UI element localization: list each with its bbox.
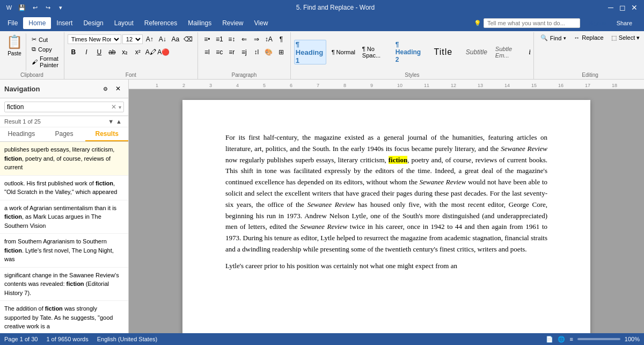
tab-headings[interactable]: Headings (0, 127, 43, 141)
lightbulb-icon: 💡 (474, 20, 481, 27)
sort-button[interactable]: ↕A (263, 33, 275, 45)
list-item[interactable]: publishes superb essays, literary critic… (0, 142, 128, 176)
subtitle-preview: Subtitle (462, 41, 491, 63)
font-color-button[interactable]: A🔴 (158, 46, 170, 58)
line-spacing-button[interactable]: ↕l (251, 46, 262, 58)
menu-view[interactable]: View (249, 17, 274, 29)
paste-label: Paste (8, 51, 21, 56)
paste-button[interactable]: 📋 Paste (3, 33, 26, 71)
clear-formatting-button[interactable]: ⌫ (182, 33, 194, 45)
grow-font-button[interactable]: A↑ (144, 33, 156, 45)
increase-indent-button[interactable]: ⇒ (251, 33, 262, 45)
layout-outline-icon[interactable]: ≡ (569, 336, 573, 342)
style-subtleemphasis[interactable]: Subtle Em... (494, 40, 526, 64)
align-right-button[interactable]: ≡r (226, 46, 238, 58)
word-logo-icon: W (4, 3, 14, 12)
undo-icon[interactable]: ↩ (30, 3, 40, 12)
menu-home[interactable]: Home (23, 17, 51, 29)
nav-options-button[interactable]: ⚙ (99, 83, 111, 95)
layout-print-icon[interactable]: 📄 (546, 336, 553, 343)
redo-icon[interactable]: ↪ (43, 3, 53, 12)
cut-icon: ✂ (32, 36, 36, 43)
align-center-button[interactable]: ≡c (214, 46, 225, 58)
menu-file[interactable]: File (2, 17, 23, 29)
style-normal[interactable]: ¶ Normal (327, 40, 360, 64)
restore-button[interactable]: ◻ (617, 2, 628, 13)
minimize-button[interactable]: ─ (605, 2, 616, 13)
list-item[interactable]: outlook. His first published work of fic… (0, 176, 128, 200)
cut-button[interactable]: ✂ Cut (30, 35, 61, 44)
menu-design[interactable]: Design (78, 17, 108, 29)
customize-icon[interactable]: ▾ (56, 3, 65, 12)
style-nospace[interactable]: ¶ No Spac... (361, 40, 393, 64)
navigation-pane: Navigation ⚙ ✕ ✕ ▾ Result 1 of 25 ▲ ▼ He… (0, 80, 129, 333)
style-heading2[interactable]: ¶ Heading 2 (394, 40, 426, 64)
show-formatting-button[interactable]: ¶ (275, 33, 287, 45)
borders-button[interactable]: ⊞ (275, 46, 287, 58)
share-button[interactable]: Share (611, 18, 638, 28)
multilevel-list-button[interactable]: ≡↕ (226, 33, 238, 45)
style-heading1[interactable]: ¶ Heading 1 (294, 40, 326, 64)
tell-me-input[interactable] (484, 18, 580, 28)
bold-button[interactable]: B (68, 46, 79, 58)
document-area[interactable]: For its first half-century, the magazine… (129, 89, 644, 333)
close-button[interactable]: ✕ (629, 2, 640, 13)
nav-up-button[interactable]: ▲ (116, 118, 122, 125)
style-subtitle[interactable]: Subtitle (460, 40, 493, 64)
decrease-indent-button[interactable]: ⇐ (238, 33, 250, 45)
bullets-button[interactable]: ≡• (201, 33, 213, 45)
font-size-select[interactable]: 12 (122, 34, 143, 44)
tab-results[interactable]: Results (85, 127, 128, 141)
menu-layout[interactable]: Layout (109, 17, 139, 29)
nav-close-button[interactable]: ✕ (112, 83, 124, 95)
result-highlight: fiction (4, 155, 22, 162)
nav-down-button[interactable]: ▼ (108, 118, 114, 125)
font-family-select[interactable]: Times New Roman (68, 34, 121, 44)
copy-button[interactable]: ⧉ Copy (30, 45, 61, 54)
menu-references[interactable]: References (139, 17, 182, 29)
menu-mailings[interactable]: Mailings (182, 17, 217, 29)
list-item[interactable]: a work of Agrarian sentimentalism than i… (0, 200, 128, 234)
signin-button[interactable]: Sign in (589, 20, 607, 26)
italic-button[interactable]: I (80, 46, 92, 58)
nav-search-box: ✕ ▾ (4, 102, 124, 112)
underline-button[interactable]: U (93, 46, 105, 58)
heading1-preview: ¶ Heading 1 (296, 41, 325, 63)
align-left-button[interactable]: ≡l (201, 46, 213, 58)
format-painter-button[interactable]: 🖌 Format Painter (30, 54, 61, 69)
select-button[interactable]: ⬚ Select ▾ (608, 33, 643, 42)
search-dropdown-button[interactable]: ▾ (119, 104, 121, 110)
search-clear-button[interactable]: ✕ (111, 103, 116, 111)
shrink-font-button[interactable]: A↓ (157, 33, 169, 45)
list-item[interactable]: significant change in the Sawanee Review… (0, 268, 128, 301)
list-item[interactable]: The addition of fiction was strongly sup… (0, 301, 128, 333)
style-emphasis[interactable]: Emphasis (527, 40, 530, 64)
layout-web-icon[interactable]: 🌐 (558, 336, 565, 343)
svg-text:9: 9 (370, 83, 373, 88)
tell-me-area: 💡 (470, 17, 584, 29)
zoom-slider[interactable] (577, 338, 620, 340)
nav-search-input[interactable] (7, 103, 109, 111)
replace-label: Replace (582, 34, 603, 41)
subscript-button[interactable]: x₂ (119, 46, 131, 58)
emphasis-preview: Emphasis (529, 41, 530, 63)
save-icon[interactable]: 💾 (17, 3, 27, 12)
find-button[interactable]: 🔍 Find ▾ (537, 33, 569, 42)
change-case-button[interactable]: Aa (170, 33, 181, 45)
select-label: Select ▾ (619, 34, 640, 41)
find-label: Find (550, 35, 561, 41)
numbering-button[interactable]: ≡1 (214, 33, 225, 45)
shading-button[interactable]: 🎨 (263, 46, 275, 58)
menu-review[interactable]: Review (217, 17, 248, 29)
text-highlight-button[interactable]: A🖍 (145, 46, 157, 58)
tab-pages[interactable]: Pages (43, 127, 86, 141)
svg-text:11: 11 (424, 83, 429, 88)
style-title[interactable]: Title (427, 40, 459, 64)
replace-button[interactable]: ↔ Replace (570, 33, 606, 42)
justify-button[interactable]: ≡j (238, 46, 250, 58)
menu-insert[interactable]: Insert (51, 17, 78, 29)
strikethrough-button[interactable]: ab (106, 46, 118, 58)
list-item[interactable]: from Southern Agrarianism to Southern fi… (0, 234, 128, 268)
title-bar: W 💾 ↩ ↪ ▾ 5. Find and Replace - Word ─ ◻… (0, 0, 644, 15)
superscript-button[interactable]: x² (132, 46, 144, 58)
